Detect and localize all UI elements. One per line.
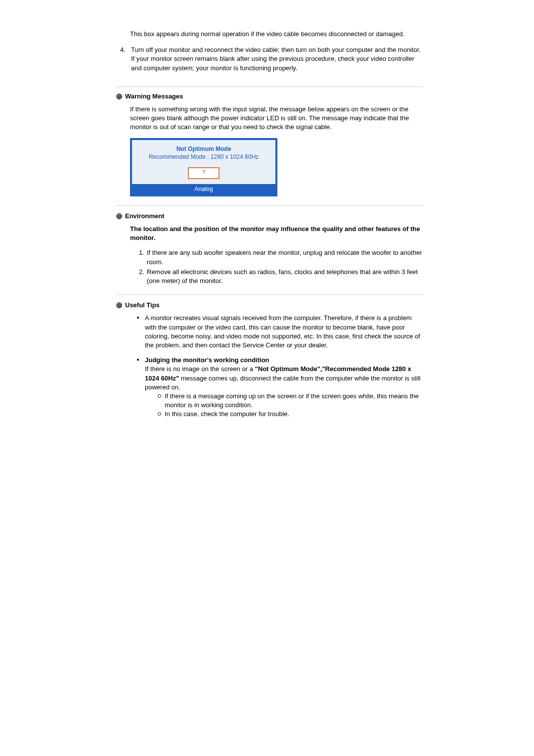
bullet-icon [116,94,122,99]
env-item-2-num: 2. [139,268,144,277]
intro-paragraph: This box appears during normal operation… [130,30,423,39]
tips-bullet-1-text: A monitor recreates visual signals recei… [145,314,420,349]
tips-sub-2-text: In this case, check the computer for tro… [165,410,289,418]
bullet-icon [116,213,122,219]
intro-pre-text: This box appears during normal operation… [130,30,423,39]
warning-text: If there is something wrong with the inp… [130,105,423,132]
tips-sub-2: In this case, check the computer for tro… [156,410,423,419]
tips-bullet-2-pre: If there is no image on the screen or a [145,365,255,373]
tips-bullet-2-title: Judging the monitor's working condition [145,356,269,364]
step-4-line-a: Turn off your monitor and reconnect the … [131,46,423,54]
tips-bullet-2: Judging the monitor's working condition … [135,356,423,419]
warning-title: Warning Messages [125,92,183,101]
section-tips-header: Useful Tips [116,301,423,310]
osd-message-box: Not Optimum Mode Recommended Mode : 1280… [130,138,277,196]
environment-item-1: 1. If there are any sub woofer speakers … [130,248,423,266]
environment-list: 1. If there are any sub woofer speakers … [130,248,423,285]
osd-button-row: ? [132,164,275,184]
section-environment-header: Environment [116,212,423,221]
tips-sublist: If there is a message coming up on the s… [156,392,423,419]
environment-body: The location and the position of the mon… [130,225,423,285]
tips-bullet-1: A monitor recreates visual signals recei… [135,314,423,350]
document-page: This box appears during normal operation… [67,0,467,452]
tips-list: A monitor recreates visual signals recei… [135,314,423,419]
step-4-number: 4. [120,46,126,54]
bullet-icon [116,302,122,308]
osd-line1: Not Optimum Mode [132,140,275,153]
env-item-2-text: Remove all electronic devices such as ra… [147,268,418,284]
environment-item-2: 2. Remove all electronic devices such as… [130,268,423,285]
env-item-1-text: If there are any sub woofer speakers nea… [147,249,422,265]
tips-title: Useful Tips [125,301,160,310]
divider [116,294,423,295]
environment-lead: The location and the position of the mon… [130,225,423,242]
osd-line2: Recommended Mode : 1280 x 1024 60Hz [132,153,275,164]
tips-body: A monitor recreates visual signals recei… [130,314,423,419]
environment-title: Environment [125,212,164,221]
osd-footer: Analog [132,184,275,194]
warning-body: If there is something wrong with the inp… [130,105,423,196]
tips-sub-1-text: If there is a message coming up on the s… [165,392,419,409]
env-item-1-num: 1. [139,248,144,257]
tips-sub-1: If there is a message coming up on the s… [156,392,423,410]
step-4-line-b: If your monitor screen remains blank aft… [131,54,423,72]
tips-bullet-2-post: message comes up, disconnect the cable f… [145,375,421,391]
osd-help-button: ? [188,167,220,179]
step-4: 4. Turn off your monitor and reconnect t… [116,46,423,73]
divider [116,205,423,206]
section-warning-header: Warning Messages [116,87,423,101]
